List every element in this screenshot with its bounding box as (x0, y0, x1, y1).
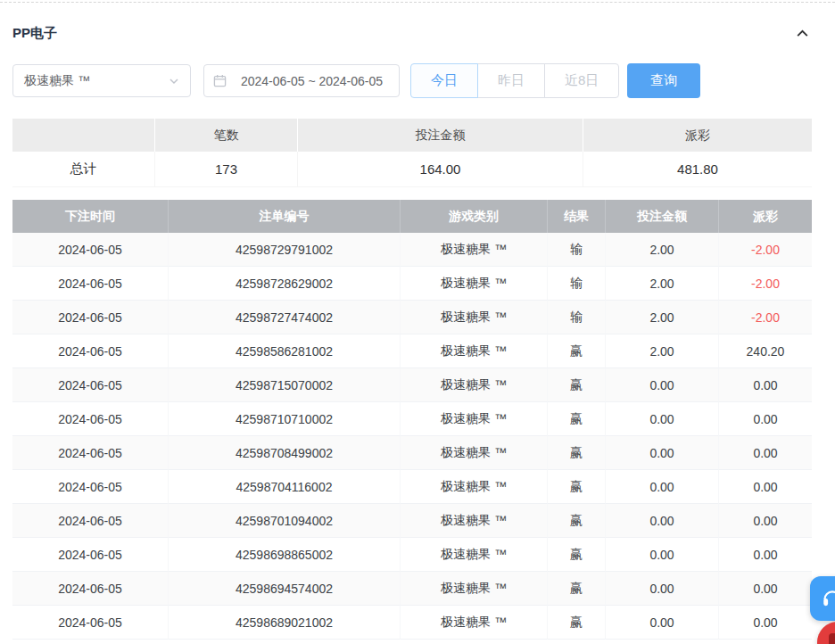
cell-game-type: 极速糖果 ™ (401, 267, 548, 301)
table-row: 2024-06-05 42598698865002 极速糖果 ™ 赢 0.00 … (12, 538, 812, 572)
headset-icon (821, 587, 835, 610)
table-row: 2024-06-05 42598727474002 极速糖果 ™ 输 2.00 … (12, 301, 812, 334)
cell-bet-time: 2024-06-05 (12, 538, 169, 572)
cell-order-id: 42598704116002 (169, 470, 401, 504)
cell-payout: 0.00 (719, 402, 812, 436)
summary-header-empty (12, 119, 155, 152)
cell-payout: 0.00 (719, 504, 812, 538)
cell-result: 赢 (548, 334, 606, 368)
cell-result: 输 (548, 233, 606, 267)
promo-floating-button[interactable] (817, 622, 835, 644)
bet-records-table: 下注时间 注单编号 游戏类别 结果 投注金额 派彩 2024-06-05 425… (12, 200, 812, 640)
header-game-type: 游戏类别 (401, 200, 548, 233)
cell-order-id: 42598698865002 (169, 538, 401, 572)
summary-payout-value: 481.80 (583, 152, 812, 187)
chevron-up-icon (795, 26, 810, 41)
cell-bet-time: 2024-06-05 (12, 267, 169, 301)
cell-bet-time: 2024-06-05 (12, 233, 169, 267)
summary-header-count: 笔数 (155, 119, 298, 152)
cell-order-id: 42598710710002 (169, 402, 401, 436)
cell-game-type: 极速糖果 ™ (401, 606, 548, 640)
cell-game-type: 极速糖果 ™ (401, 504, 548, 538)
header-order-id: 注单编号 (169, 200, 401, 233)
cell-bet-amount: 0.00 (606, 470, 719, 504)
cell-payout: -2.00 (719, 301, 812, 334)
cell-order-id: 42598729791002 (169, 233, 401, 267)
cell-result: 赢 (548, 606, 606, 640)
cell-order-id: 42598694574002 (169, 572, 401, 606)
cell-game-type: 极速糖果 ™ (401, 334, 548, 368)
date-range-input[interactable] (203, 64, 400, 97)
summary-header-payout: 派彩 (583, 119, 812, 152)
cell-result: 输 (548, 301, 606, 334)
betting-records-page: PP电子 极速糖果 ™ 今日昨日近8日 查询 笔数 投注金额 派彩 总计 173 (0, 0, 835, 644)
cell-payout: 0.00 (719, 606, 812, 640)
cell-bet-time: 2024-06-05 (12, 606, 169, 640)
cell-result: 赢 (548, 572, 606, 606)
cell-game-type: 极速糖果 ™ (401, 368, 548, 402)
cell-order-id: 42598727474002 (169, 301, 401, 334)
header-bet-time: 下注时间 (12, 200, 169, 233)
summary-total-row: 总计 173 164.00 481.80 (12, 152, 812, 187)
cell-bet-amount: 0.00 (606, 402, 719, 436)
top-divider (0, 2, 835, 3)
cell-payout: 0.00 (719, 470, 812, 504)
cell-bet-amount: 0.00 (606, 572, 719, 606)
cell-order-id: 42598701094002 (169, 504, 401, 538)
cell-result: 赢 (548, 538, 606, 572)
header-result: 结果 (548, 200, 606, 233)
table-row: 2024-06-05 42598728629002 极速糖果 ™ 输 2.00 … (12, 267, 812, 301)
cell-bet-amount: 2.00 (606, 267, 719, 301)
cell-payout: 0.00 (719, 436, 812, 470)
summary-header-row: 笔数 投注金额 派彩 (12, 119, 812, 152)
quick-range-button[interactable]: 近8日 (544, 63, 619, 98)
cell-game-type: 极速糖果 ™ (401, 436, 548, 470)
cell-bet-time: 2024-06-05 (12, 402, 169, 436)
cell-order-id: 42598728629002 (169, 267, 401, 301)
cell-bet-time: 2024-06-05 (12, 572, 169, 606)
cell-payout: 240.20 (719, 334, 812, 368)
cell-order-id: 42598715070002 (169, 368, 401, 402)
cell-payout: -2.00 (719, 233, 812, 267)
cell-result: 赢 (548, 402, 606, 436)
cell-order-id: 42598689021002 (169, 606, 401, 640)
cell-order-id: 42598586281002 (169, 334, 401, 368)
calendar-icon (213, 74, 227, 87)
table-row: 2024-06-05 42598694574002 极速糖果 ™ 赢 0.00 … (12, 572, 812, 606)
summary-total-label: 总计 (12, 152, 155, 187)
table-row: 2024-06-05 42598715070002 极速糖果 ™ 赢 0.00 … (12, 368, 812, 402)
cell-payout: 0.00 (719, 572, 812, 606)
cell-game-type: 极速糖果 ™ (401, 301, 548, 334)
panel-header: PP电子 (0, 0, 835, 39)
summary-count-value: 173 (155, 152, 298, 187)
quick-range-group: 今日昨日近8日 (410, 63, 619, 98)
summary-header-bet-amount: 投注金额 (298, 119, 583, 152)
quick-range-button[interactable]: 昨日 (477, 63, 545, 98)
cell-bet-time: 2024-06-05 (12, 504, 169, 538)
promo-icon (829, 633, 835, 644)
header-payout: 派彩 (719, 200, 812, 233)
table-row: 2024-06-05 42598689021002 极速糖果 ™ 赢 0.00 … (12, 606, 812, 640)
summary-table: 笔数 投注金额 派彩 总计 173 164.00 481.80 (12, 119, 812, 187)
cell-game-type: 极速糖果 ™ (401, 538, 548, 572)
quick-range-button[interactable]: 今日 (410, 63, 478, 98)
table-row: 2024-06-05 42598729791002 极速糖果 ™ 输 2.00 … (12, 233, 812, 267)
table-row: 2024-06-05 42598586281002 极速糖果 ™ 赢 2.00 … (12, 334, 812, 368)
cell-result: 赢 (548, 504, 606, 538)
cell-bet-amount: 0.00 (606, 436, 719, 470)
search-button[interactable]: 查询 (627, 63, 700, 98)
cell-game-type: 极速糖果 ™ (401, 233, 548, 267)
collapse-panel-button[interactable] (795, 26, 810, 41)
customer-service-button[interactable] (810, 576, 835, 621)
table-row: 2024-06-05 42598704116002 极速糖果 ™ 赢 0.00 … (12, 470, 812, 504)
summary-bet-amount-value: 164.00 (298, 152, 583, 187)
cell-bet-time: 2024-06-05 (12, 436, 169, 470)
cell-bet-time: 2024-06-05 (12, 470, 169, 504)
cell-bet-amount: 0.00 (606, 504, 719, 538)
date-range-value[interactable] (234, 73, 390, 89)
header-bet-amount: 投注金额 (606, 200, 719, 233)
filter-bar: 极速糖果 ™ 今日昨日近8日 查询 (12, 63, 823, 98)
game-select[interactable]: 极速糖果 ™ (12, 64, 191, 97)
table-body: 2024-06-05 42598729791002 极速糖果 ™ 输 2.00 … (12, 233, 812, 640)
cell-order-id: 42598708499002 (169, 436, 401, 470)
